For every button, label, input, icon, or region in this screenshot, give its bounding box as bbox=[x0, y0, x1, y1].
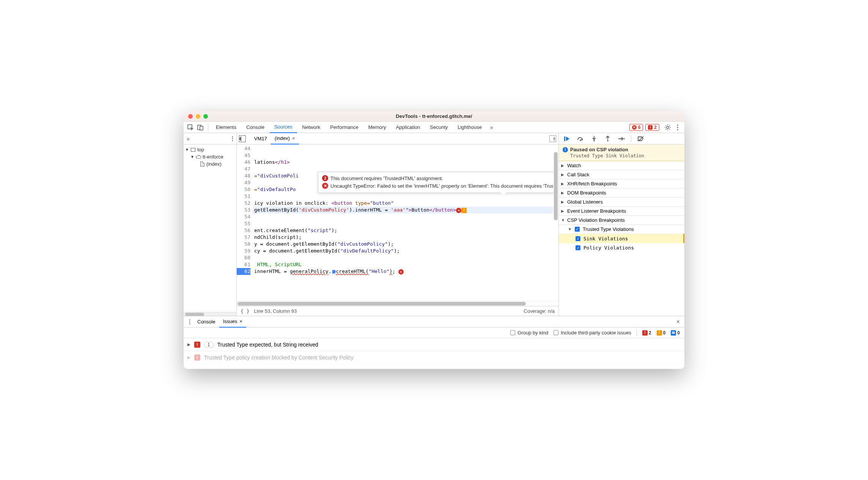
yel-count: 0 bbox=[663, 330, 666, 336]
more-tabs-icon[interactable]: » bbox=[487, 123, 496, 132]
navigator-more-icon[interactable]: » bbox=[187, 136, 190, 142]
checkbox-tt[interactable] bbox=[575, 227, 580, 232]
drawer-kebab-icon[interactable] bbox=[186, 319, 193, 325]
code-area[interactable]: lations</h1> ="divCustomPoli ="divDefaul… bbox=[253, 144, 553, 301]
checkbox-group[interactable] bbox=[510, 330, 515, 335]
status-badges: ✕6 !2 bbox=[629, 124, 659, 131]
csp-sink[interactable]: Sink Violations bbox=[559, 234, 684, 243]
svg-point-14 bbox=[624, 138, 625, 139]
tab-security[interactable]: Security bbox=[425, 122, 452, 133]
settings-icon[interactable] bbox=[663, 123, 672, 132]
source-tab-vm[interactable]: VM17 bbox=[250, 133, 271, 144]
tree-file[interactable]: (index) bbox=[184, 160, 236, 168]
issue-count: 2 bbox=[654, 125, 657, 130]
disclosure-icon: ▼ bbox=[185, 147, 189, 152]
issue-row[interactable]: ▶ ! 1 Trusted Type expected, but String … bbox=[184, 338, 684, 351]
run-to-cursor-icon[interactable] bbox=[549, 135, 556, 142]
panel-event[interactable]: Event Listener Breakpoints bbox=[559, 207, 684, 216]
drawer-tab-issues[interactable]: Issues× bbox=[219, 316, 246, 328]
step-icon[interactable] bbox=[617, 135, 626, 143]
issues-badge[interactable]: !2 bbox=[645, 124, 659, 131]
navigator-header: » bbox=[184, 133, 236, 144]
checkbox-sink[interactable] bbox=[576, 236, 580, 241]
errors-badge[interactable]: ✕6 bbox=[629, 124, 643, 131]
main-tabbar: Elements Console Sources Network Perform… bbox=[184, 122, 684, 133]
blue-badge-icon: ✉ bbox=[671, 330, 676, 336]
drawer-tab-console[interactable]: Console bbox=[193, 316, 219, 328]
error-tooltip: 2This document requires 'TrustedHTML' as… bbox=[318, 172, 553, 193]
drawer-red-badge[interactable]: !2 bbox=[642, 330, 651, 336]
tab-application[interactable]: Application bbox=[392, 122, 425, 133]
pause-title: Paused on CSP violation bbox=[570, 147, 628, 152]
editor-statusbar: { } Line 53, Column 93 Coverage: n/a bbox=[237, 306, 558, 316]
csp-trusted-type[interactable]: ▼Trusted Type Violations bbox=[559, 225, 684, 234]
tab-memory[interactable]: Memory bbox=[364, 122, 391, 133]
csp-policy[interactable]: Policy Violations bbox=[559, 243, 684, 252]
navigator-scrollbar[interactable] bbox=[184, 312, 236, 316]
editor-vscrollbar[interactable] bbox=[553, 144, 558, 301]
traffic-lights bbox=[188, 114, 208, 119]
issue-text: Trusted Type expected, but String receiv… bbox=[217, 342, 318, 348]
kebab-menu-icon[interactable] bbox=[673, 123, 682, 132]
step-into-icon[interactable] bbox=[590, 135, 598, 143]
tab-performance[interactable]: Performance bbox=[326, 122, 363, 133]
error-marker-icon[interactable]: ✕ bbox=[456, 208, 461, 213]
panel-xhr[interactable]: XHR/fetch Breakpoints bbox=[559, 179, 684, 188]
tab-elements[interactable]: Elements bbox=[211, 122, 241, 133]
disclosure-icon: ▶ bbox=[187, 355, 190, 359]
nav-history-icon[interactable] bbox=[239, 135, 246, 142]
red-count: 2 bbox=[649, 330, 651, 336]
panel-dom[interactable]: DOM Breakpoints bbox=[559, 188, 684, 198]
warning-marker-icon[interactable]: ! bbox=[461, 208, 467, 213]
cursor-position: Line 53, Column 93 bbox=[254, 308, 297, 314]
maximize-window-button[interactable] bbox=[203, 114, 208, 119]
step-over-icon[interactable] bbox=[576, 135, 585, 143]
step-out-icon[interactable] bbox=[604, 135, 612, 143]
drawer-tabbar: Console Issues× × bbox=[184, 316, 684, 328]
tree-top[interactable]: ▼top bbox=[184, 146, 236, 153]
navigator-kebab-icon[interactable] bbox=[232, 136, 233, 141]
error-count: 6 bbox=[638, 125, 641, 130]
titlebar: DevTools - tt-enforced.glitch.me/ bbox=[184, 111, 684, 122]
checkbox-policy[interactable] bbox=[576, 245, 580, 250]
svg-point-18 bbox=[189, 323, 190, 324]
svg-point-16 bbox=[189, 319, 190, 320]
panel-callstack[interactable]: Call Stack bbox=[559, 170, 684, 179]
resume-icon[interactable] bbox=[563, 135, 571, 143]
inspect-element-icon[interactable] bbox=[186, 123, 195, 132]
panel-watch[interactable]: Watch bbox=[559, 161, 684, 170]
minimize-window-button[interactable] bbox=[196, 114, 200, 119]
tab-lighthouse[interactable]: Lighthouse bbox=[453, 122, 486, 133]
tab-network[interactable]: Network bbox=[298, 122, 325, 133]
code-editor[interactable]: 44454647484950515253545556575859606162 l… bbox=[237, 144, 558, 301]
source-tab-index[interactable]: (index)× bbox=[271, 133, 299, 144]
close-window-button[interactable] bbox=[188, 114, 193, 119]
issue-row[interactable]: ▶ ! Trusted Type policy creation blocked… bbox=[184, 351, 684, 364]
coverage-status: Coverage: n/a bbox=[524, 308, 555, 314]
editor-hscrollbar[interactable] bbox=[237, 301, 558, 306]
deactivate-breakpoints-icon[interactable] bbox=[637, 135, 645, 143]
drawer-blue-badge[interactable]: ✉0 bbox=[671, 330, 680, 336]
close-tab-icon[interactable]: × bbox=[239, 318, 242, 324]
include-cookie[interactable]: Include third-party cookie issues bbox=[554, 330, 631, 336]
pretty-print-icon[interactable]: { } bbox=[241, 308, 249, 314]
drawer-yellow-badge[interactable]: !0 bbox=[657, 330, 666, 336]
group-by-kind[interactable]: Group by kind bbox=[510, 330, 548, 336]
svg-point-13 bbox=[607, 140, 609, 141]
close-tab-icon[interactable]: × bbox=[292, 135, 295, 141]
panel-global[interactable]: Global Listeners bbox=[559, 198, 684, 207]
checkbox-cookie[interactable] bbox=[554, 330, 558, 335]
panel-csp[interactable]: CSP Violation Breakpoints bbox=[559, 216, 684, 225]
tree-domain[interactable]: ▼tt-enforce bbox=[184, 153, 236, 160]
drawer: Console Issues× × Group by kind Include … bbox=[184, 316, 684, 369]
tab-sources[interactable]: Sources bbox=[270, 122, 297, 133]
close-drawer-icon[interactable]: × bbox=[674, 318, 682, 325]
devtools-window: DevTools - tt-enforced.glitch.me/ Elemen… bbox=[184, 111, 684, 369]
cloud-icon bbox=[196, 154, 201, 160]
error-marker-icon[interactable]: ✕ bbox=[398, 269, 404, 275]
include-cookie-label: Include third-party cookie issues bbox=[561, 330, 631, 336]
tab-console[interactable]: Console bbox=[242, 122, 269, 133]
frame-icon bbox=[190, 147, 196, 152]
device-toolbar-icon[interactable] bbox=[196, 123, 205, 132]
drawer-toolbar: Group by kind Include third-party cookie… bbox=[184, 328, 684, 338]
